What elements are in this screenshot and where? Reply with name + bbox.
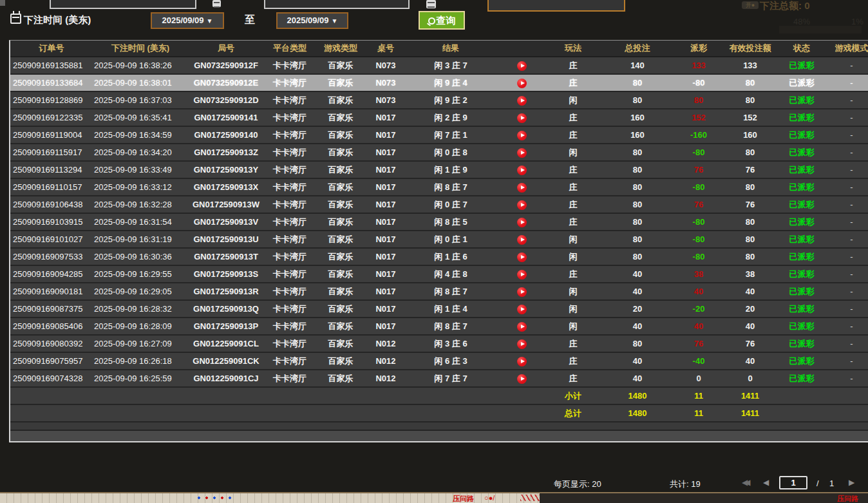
- replay-icon[interactable]: [517, 235, 527, 245]
- table-row[interactable]: 2509091690759572025-09-09 16:26:18GN0122…: [10, 352, 868, 370]
- table-row[interactable]: 2509091690873752025-09-09 16:28:32GN0172…: [10, 300, 868, 318]
- next-page-button[interactable]: ▶: [849, 478, 854, 487]
- cell-play: 庄: [547, 370, 599, 387]
- cell-valid: 76: [721, 335, 779, 352]
- table-row[interactable]: 2509091690901812025-09-09 16:29:05GN0172…: [10, 283, 868, 300]
- table-row[interactable]: 2509091691358812025-09-09 16:38:26GN0732…: [10, 57, 868, 74]
- cell-round: GN01725909140: [188, 126, 264, 144]
- cell-status: 已派彩: [779, 335, 824, 352]
- cell-payout: 76: [676, 335, 721, 352]
- replay-icon[interactable]: [517, 148, 527, 158]
- replay-icon[interactable]: [517, 200, 527, 210]
- cell-status: 已派彩: [779, 300, 824, 318]
- cell-platform: 卡卡湾厅: [264, 283, 316, 300]
- cell-mode: -: [824, 109, 868, 126]
- list-icon[interactable]: [426, 0, 436, 8]
- table-row[interactable]: 2509091691159172025-09-09 16:34:20GN0172…: [10, 144, 868, 161]
- filter-input-1[interactable]: [50, 0, 196, 9]
- cell-total: 40: [599, 370, 676, 387]
- replay-icon[interactable]: [517, 218, 527, 227]
- replay-icon[interactable]: [517, 270, 527, 280]
- table-row[interactable]: 2509091691064382025-09-09 16:32:28GN0172…: [10, 196, 868, 213]
- table-row[interactable]: 2509091690854062025-09-09 16:28:09GN0172…: [10, 318, 868, 335]
- road-label-2: 压问路: [837, 494, 858, 503]
- cell-order: 250909169110157: [10, 178, 93, 196]
- cell-round: GN0172590913V: [188, 213, 264, 231]
- cell-play_icon: [496, 300, 547, 318]
- table-row[interactable]: 2509091691223352025-09-09 16:35:41GN0172…: [10, 109, 868, 126]
- cell-time: 2025-09-09 16:34:59: [93, 126, 188, 144]
- replay-icon[interactable]: [517, 79, 527, 88]
- cell-play_icon: [496, 109, 547, 126]
- table-row[interactable]: 2509091691132942025-09-09 16:33:49GN0172…: [10, 161, 868, 178]
- summary-cell: [264, 387, 316, 404]
- page-total: 1: [829, 479, 834, 488]
- cell-time: 2025-09-09 16:25:59: [93, 370, 188, 387]
- summary-cell: [496, 404, 547, 422]
- cell-play_icon: [496, 213, 547, 231]
- first-page-button[interactable]: ◀◀: [742, 478, 747, 487]
- table-row[interactable]: 2509091691190042025-09-09 16:34:59GN0172…: [10, 126, 868, 144]
- cell-platform: 卡卡湾厅: [264, 74, 316, 91]
- cell-valid: 0: [721, 370, 779, 387]
- page-number-input[interactable]: [779, 476, 807, 489]
- cell-time: 2025-09-09 16:38:01: [93, 74, 188, 91]
- replay-icon[interactable]: [517, 305, 527, 314]
- cell-mode: -: [824, 126, 868, 144]
- replay-icon[interactable]: [517, 339, 527, 349]
- replay-icon[interactable]: [517, 374, 527, 384]
- cell-status: 已派彩: [779, 144, 824, 161]
- cell-valid: 80: [721, 144, 779, 161]
- empty-cell: [10, 430, 868, 441]
- replay-icon[interactable]: [517, 183, 527, 193]
- table-row[interactable]: 2509091690803922025-09-09 16:27:09GN0122…: [10, 335, 868, 352]
- empty-row: [10, 422, 868, 430]
- cell-round: GN0172590913U: [188, 231, 264, 248]
- road-label: 压问路: [453, 494, 474, 503]
- query-button[interactable]: 查询: [419, 11, 465, 30]
- cell-payout: -80: [676, 231, 721, 248]
- replay-icon[interactable]: [517, 113, 527, 123]
- table-row[interactable]: 2509091691010272025-09-09 16:31:19GN0172…: [10, 231, 868, 248]
- col-header-9: 总投注: [599, 41, 676, 57]
- filter-input-2[interactable]: [264, 0, 410, 9]
- prev-page-button[interactable]: ◀: [763, 478, 769, 487]
- replay-icon[interactable]: [517, 322, 527, 332]
- replay-icon[interactable]: [517, 61, 527, 71]
- replay-icon[interactable]: [517, 252, 527, 262]
- date-from-picker[interactable]: 2025/09/09▼: [151, 12, 224, 29]
- replay-icon[interactable]: [517, 357, 527, 366]
- cell-play_icon: [496, 178, 547, 196]
- to-label: 至: [245, 14, 255, 27]
- table-row[interactable]: 2509091691101572025-09-09 16:33:12GN0172…: [10, 178, 868, 196]
- cell-payout: -80: [676, 144, 721, 161]
- col-header-10: 派彩: [676, 41, 721, 57]
- replay-icon[interactable]: [517, 131, 527, 140]
- caret-down-icon: ▼: [332, 17, 338, 24]
- table-row[interactable]: 2509091691336842025-09-09 16:38:01GN0732…: [10, 74, 868, 91]
- list-icon[interactable]: [212, 0, 221, 7]
- col-header-0: 订单号: [10, 41, 93, 57]
- cell-table: N017: [366, 283, 406, 300]
- replay-icon[interactable]: [517, 166, 527, 175]
- summary-cell: [779, 387, 824, 404]
- cell-order: 250909169101027: [10, 231, 93, 248]
- cell-status: 已派彩: [779, 231, 824, 248]
- cell-payout: -80: [676, 178, 721, 196]
- replay-icon[interactable]: [517, 96, 527, 106]
- table-row[interactable]: 2509091690743282025-09-09 16:25:59GN0122…: [10, 370, 868, 387]
- summary-cell: [824, 387, 868, 404]
- cell-result: 闲 6 庄 3: [406, 352, 496, 370]
- summary-cell: 小计: [547, 387, 599, 404]
- cell-platform: 卡卡湾厅: [264, 109, 316, 126]
- table-row[interactable]: 2509091691288692025-09-09 16:37:03GN0732…: [10, 91, 868, 109]
- cell-table: N017: [366, 109, 406, 126]
- date-to-picker[interactable]: 2025/09/09▼: [276, 12, 348, 29]
- table-row[interactable]: 2509091691039152025-09-09 16:31:54GN0172…: [10, 213, 868, 231]
- cell-play: 庄: [547, 213, 599, 231]
- table-row[interactable]: 2509091690975332025-09-09 16:30:36GN0172…: [10, 248, 868, 265]
- table-row[interactable]: 2509091690942852025-09-09 16:29:55GN0172…: [10, 265, 868, 283]
- cell-round: GN0172590913T: [188, 248, 264, 265]
- cell-order: 250909169075957: [10, 352, 93, 370]
- replay-icon[interactable]: [517, 287, 527, 297]
